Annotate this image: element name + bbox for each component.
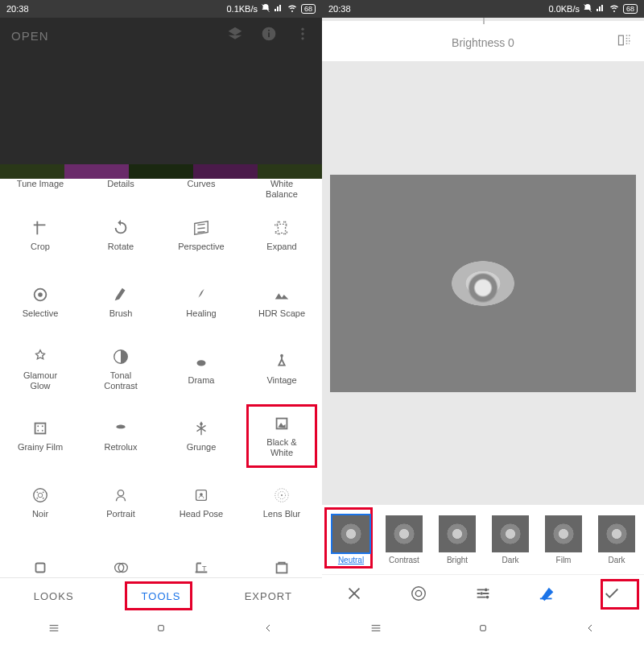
filter-dark[interactable]: Dark xyxy=(489,515,531,564)
tool-crop[interactable]: Crop xyxy=(0,202,80,269)
nav-home-icon[interactable] xyxy=(155,622,167,638)
svg-text:T: T xyxy=(202,564,207,572)
battery: 68 xyxy=(301,4,316,14)
nav-menu-icon[interactable] xyxy=(47,622,60,638)
svg-point-38 xyxy=(412,586,426,600)
tab-tools[interactable]: TOOLS xyxy=(107,590,214,602)
filter-contrast[interactable]: Contrast xyxy=(383,515,425,564)
tab-export[interactable]: EXPORT xyxy=(215,590,322,602)
color-button[interactable] xyxy=(539,585,556,606)
tool-label: Portrait xyxy=(106,509,134,519)
svg-point-16 xyxy=(200,423,203,426)
tool-tool-[interactable] xyxy=(80,536,161,577)
svg-rect-34 xyxy=(277,564,287,573)
tab-looks[interactable]: LOOKS xyxy=(0,590,107,602)
tool-glamour-glow[interactable]: Glamour Glow xyxy=(0,336,80,403)
filter-neutral[interactable]: Neutral xyxy=(330,515,372,564)
tool-retrolux[interactable]: Retrolux xyxy=(80,403,161,469)
slider-track[interactable] xyxy=(322,18,644,21)
svg-point-23 xyxy=(43,498,44,499)
nav-home-icon[interactable] xyxy=(477,622,489,638)
tool-grainy-film[interactable]: Grainy Film xyxy=(0,403,80,469)
more-icon[interactable] xyxy=(295,26,311,45)
tool-label: Noir xyxy=(32,509,48,519)
filter-label: Contrast xyxy=(389,556,419,564)
tool-healing[interactable]: Healing xyxy=(161,269,242,336)
filter-dark[interactable]: Dark xyxy=(596,515,638,564)
tool-expand[interactable]: Expand xyxy=(242,202,322,269)
tool-head-pose[interactable]: Head Pose xyxy=(161,469,242,536)
filter-thumb xyxy=(439,515,476,552)
tool-label: Retrolux xyxy=(105,442,138,453)
signal-icon xyxy=(274,3,283,14)
adjustment-bar[interactable]: Brightness 0 xyxy=(322,18,644,61)
svg-point-18 xyxy=(34,489,47,502)
svg-point-26 xyxy=(200,493,203,496)
info-icon[interactable] xyxy=(261,26,277,45)
filter-row[interactable]: NeutralContrastBrightDarkFilmDark xyxy=(322,505,644,574)
tool-label: Crop xyxy=(31,242,50,252)
filter-bright[interactable]: Bright xyxy=(436,515,478,564)
svg-point-6 xyxy=(301,37,303,39)
filter-film[interactable]: Film xyxy=(543,515,584,564)
tool-label: Vintage xyxy=(266,375,296,386)
svg-point-42 xyxy=(486,595,489,598)
tool-label: Expand xyxy=(266,242,296,252)
compare-icon[interactable] xyxy=(617,32,633,52)
tool-label: Black & White xyxy=(266,437,296,458)
top-area: OPEN xyxy=(0,18,322,179)
tool-black-white[interactable]: Black & White xyxy=(242,403,322,469)
tool-lens-blur[interactable]: Lens Blur xyxy=(242,469,322,536)
tool-details[interactable]: Details xyxy=(80,179,161,199)
action-row xyxy=(322,574,644,614)
svg-point-21 xyxy=(43,492,44,494)
nav-back-icon[interactable] xyxy=(262,622,275,638)
filter-button[interactable] xyxy=(410,585,427,606)
tool-tonal-contrast[interactable]: Tonal Contrast xyxy=(80,336,161,403)
tools-sheet[interactable]: Tune Image Details Curves White Balance … xyxy=(0,179,322,577)
filter-label: Bright xyxy=(447,556,468,564)
tool-selective[interactable]: Selective xyxy=(0,269,80,336)
tool-portrait[interactable]: Portrait xyxy=(80,469,161,536)
svg-point-15 xyxy=(42,430,43,432)
apply-button[interactable] xyxy=(603,585,621,606)
nav-menu-icon[interactable] xyxy=(369,622,382,638)
tool-vintage[interactable]: Vintage xyxy=(242,336,322,403)
cancel-button[interactable] xyxy=(345,585,363,606)
open-button[interactable]: OPEN xyxy=(11,29,227,43)
wifi-icon xyxy=(609,3,620,14)
layers-icon[interactable] xyxy=(227,26,243,45)
svg-rect-44 xyxy=(481,626,486,631)
adjust-button[interactable] xyxy=(474,585,492,606)
tool-hdr-scape[interactable]: HDR Scape xyxy=(242,269,322,336)
nav-back-icon[interactable] xyxy=(584,622,597,638)
tool-perspective[interactable]: Perspective xyxy=(161,202,242,269)
tool-rotate[interactable]: Rotate xyxy=(80,202,161,269)
tool-label: Glamour Glow xyxy=(23,370,57,391)
tool-label: Selective xyxy=(23,308,59,319)
tool-grunge[interactable]: Grunge xyxy=(161,403,242,469)
signal-icon xyxy=(596,3,605,14)
tool-tool-[interactable] xyxy=(242,536,322,577)
tool-tool-[interactable] xyxy=(0,536,80,577)
tool-noir[interactable]: Noir xyxy=(0,469,80,536)
tool-label: Drama xyxy=(188,375,214,386)
svg-rect-11 xyxy=(35,424,46,434)
canvas[interactable] xyxy=(322,61,644,505)
tool-drama[interactable]: Drama xyxy=(161,336,242,403)
tool-curves[interactable]: Curves xyxy=(161,179,242,199)
tool-label: Healing xyxy=(186,308,216,319)
svg-point-3 xyxy=(268,30,270,31)
tool-tune-image[interactable]: Tune Image xyxy=(0,179,80,199)
tool-tool-[interactable]: T xyxy=(161,536,242,577)
svg-point-8 xyxy=(38,292,43,297)
svg-point-20 xyxy=(36,492,38,494)
filter-label: Dark xyxy=(608,556,625,564)
svg-rect-2 xyxy=(268,32,270,37)
filter-thumb xyxy=(386,515,423,552)
filter-label: Dark xyxy=(502,556,518,564)
svg-rect-43 xyxy=(540,597,552,599)
tool-white-balance[interactable]: White Balance xyxy=(242,179,322,199)
tool-brush[interactable]: Brush xyxy=(80,269,161,336)
preview-image xyxy=(330,175,636,392)
